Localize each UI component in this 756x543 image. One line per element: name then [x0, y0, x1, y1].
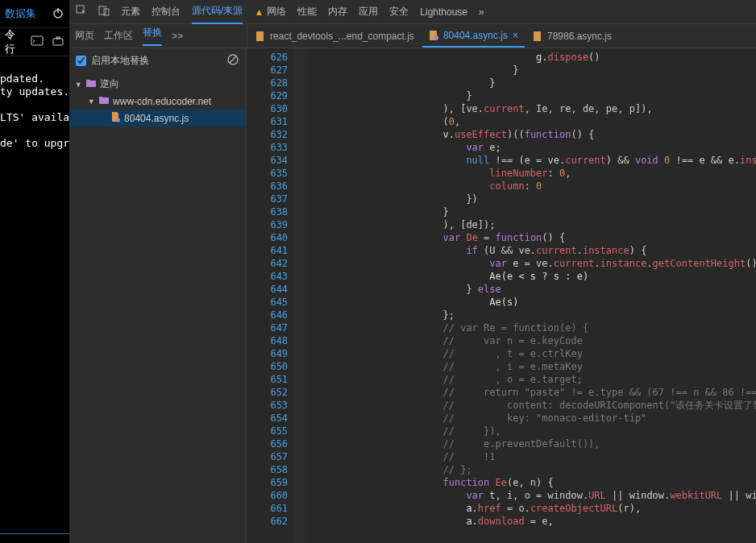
svg-rect-6 — [99, 6, 106, 15]
left-panel-footer — [0, 533, 69, 543]
tree-file-label: 80404.async.js — [124, 113, 189, 124]
tab-元素[interactable]: 元素 — [121, 0, 140, 24]
svg-rect-4 — [56, 37, 60, 39]
device-toolbar-icon[interactable] — [98, 5, 110, 19]
tabs-overflow-button[interactable]: » — [479, 0, 484, 24]
dataset-label: 数据集 — [5, 6, 36, 21]
inspect-element-icon[interactable] — [76, 5, 87, 19]
tab-应用[interactable]: 应用 — [359, 0, 378, 24]
tab-安全[interactable]: 安全 — [389, 0, 409, 24]
tree-folder-domain[interactable]: ▼www-cdn.educoder.net — [69, 93, 246, 110]
tree-folder-label: www-cdn.educoder.net — [113, 96, 211, 107]
fold-gutter — [295, 48, 308, 543]
left-app-panel: 数据集 令行 pdated.ty updates. LTS' availa de… — [0, 0, 69, 543]
terminal-icon[interactable] — [31, 35, 44, 50]
power-icon[interactable] — [52, 6, 64, 22]
tab-网络[interactable]: ▲ 网络 — [254, 0, 286, 24]
cli-label: 令行 — [5, 27, 23, 56]
sources-subbar: 网页工作区替换>> react_devtools_...end_compact.… — [69, 24, 756, 48]
terminal-output: pdated.ty updates. LTS' availa de' to up… — [0, 56, 69, 150]
line-number-gutter: 6266276286296306316326336346356366376386… — [247, 48, 295, 543]
svg-rect-2 — [31, 36, 43, 45]
editor-tab[interactable]: 78986.async.js — [526, 25, 618, 48]
editor-tab-label: react_devtools_...end_compact.js — [270, 31, 414, 42]
tab-性能[interactable]: 性能 — [297, 0, 317, 24]
tree-folder-label: 逆向 — [100, 77, 119, 91]
code-content[interactable]: g.dispose() } } } ), [ve.current, Ie, re… — [295, 48, 756, 528]
devtools-window: 元素控制台源代码/来源▲ 网络性能内存应用安全Lighthouse » 7 网页… — [69, 0, 756, 543]
tab-内存[interactable]: 内存 — [328, 0, 347, 24]
file-tree: ▼逆向 ▼www-cdn.educoder.net 80404.async.js — [69, 73, 246, 130]
editor-tab-label: 80404.async.js — [443, 30, 508, 41]
svg-rect-26 — [534, 31, 541, 41]
tab-源代码/来源[interactable]: 源代码/来源 — [192, 0, 243, 24]
svg-rect-3 — [53, 39, 63, 45]
svg-point-31 — [116, 118, 120, 122]
editor-tab[interactable]: react_devtools_...end_compact.js — [249, 25, 421, 48]
enable-local-overrides-checkbox[interactable]: 启用本地替换 — [76, 54, 149, 68]
navigator-pane: 启用本地替换 ▼逆向 ▼www-cdn.educoder.net 80404.a… — [69, 48, 247, 543]
devtools-main-tabbar: 元素控制台源代码/来源▲ 网络性能内存应用安全Lighthouse » 7 — [69, 0, 756, 24]
tree-folder-root[interactable]: ▼逆向 — [69, 76, 246, 93]
sources-subtab-网页[interactable]: 网页 — [75, 29, 94, 43]
sources-subtab-替换[interactable]: 替换 — [143, 26, 162, 46]
editor-tabs: react_devtools_...end_compact.js80404.as… — [247, 24, 756, 48]
editor-tab-label: 78986.async.js — [547, 31, 612, 42]
tab-Lighthouse[interactable]: Lighthouse — [420, 0, 467, 24]
svg-rect-23 — [256, 31, 264, 41]
tree-file-item[interactable]: 80404.async.js — [69, 110, 246, 126]
sources-subtab-overflow[interactable]: >> — [172, 31, 183, 42]
toolbox-icon[interactable] — [52, 35, 64, 50]
svg-line-30 — [230, 56, 236, 63]
clear-overrides-icon[interactable] — [226, 53, 239, 68]
sources-subtab-工作区[interactable]: 工作区 — [104, 29, 133, 43]
code-editor[interactable]: 6266276286296306316326336346356366376386… — [247, 48, 756, 543]
editor-tab[interactable]: 80404.async.js× — [422, 25, 525, 48]
svg-point-25 — [434, 35, 438, 40]
tab-控制台[interactable]: 控制台 — [152, 0, 181, 24]
close-tab-icon[interactable]: × — [513, 30, 518, 41]
